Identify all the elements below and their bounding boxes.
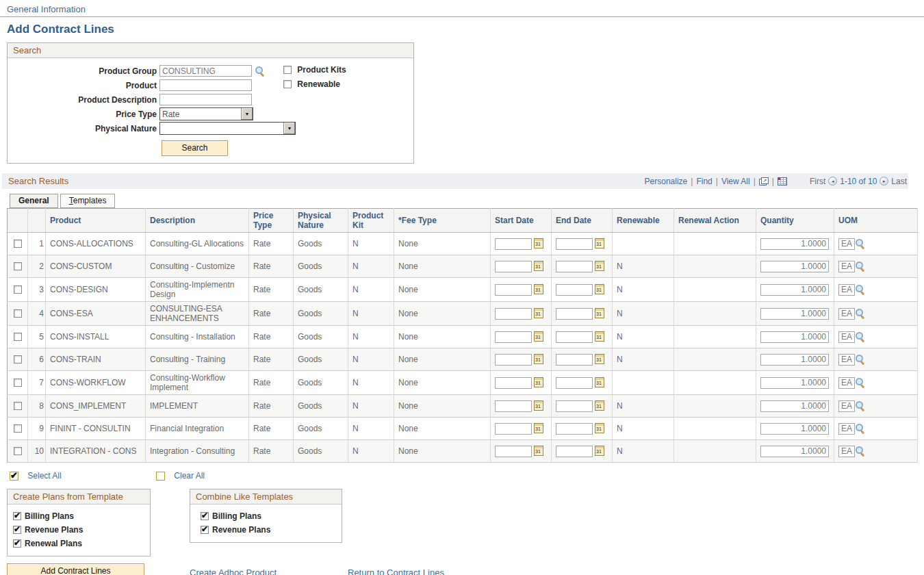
uom-lookup-icon[interactable] xyxy=(855,423,865,433)
end-date-input[interactable] xyxy=(556,400,593,412)
pager-first[interactable]: First xyxy=(810,177,825,186)
row-checkbox[interactable] xyxy=(14,240,22,248)
start-date-input[interactable] xyxy=(495,261,532,272)
quantity-input[interactable] xyxy=(760,238,829,250)
clear-all-link[interactable]: Clear All xyxy=(174,471,205,481)
create-plans-billing-plans-checkbox[interactable] xyxy=(13,512,21,520)
uom-lookup-icon[interactable] xyxy=(855,331,865,342)
end-date-input[interactable] xyxy=(556,446,593,457)
calendar-icon[interactable] xyxy=(595,331,604,342)
calendar-icon[interactable] xyxy=(595,284,604,294)
end-date-input[interactable] xyxy=(556,377,593,389)
uom-lookup-icon[interactable] xyxy=(855,308,865,318)
quantity-input[interactable] xyxy=(760,423,829,435)
physical-nature-select[interactable]: ▼ xyxy=(159,122,296,135)
end-date-input[interactable] xyxy=(556,331,593,343)
calendar-icon[interactable] xyxy=(534,354,543,364)
select-all-icon[interactable] xyxy=(10,472,18,481)
calendar-icon[interactable] xyxy=(534,331,543,342)
create-adhoc-product-link[interactable]: Create Adhoc Product xyxy=(190,567,277,575)
start-date-input[interactable] xyxy=(495,308,532,320)
calendar-icon[interactable] xyxy=(534,400,543,411)
uom-input[interactable] xyxy=(838,308,855,320)
column-header-end-date[interactable]: End Date xyxy=(552,209,613,233)
download-spreadsheet-icon[interactable] xyxy=(778,177,787,186)
calendar-icon[interactable] xyxy=(595,423,604,433)
combine-templates-revenue-plans-checkbox[interactable] xyxy=(201,526,209,534)
calendar-icon[interactable] xyxy=(534,308,543,318)
calendar-icon[interactable] xyxy=(534,423,543,433)
row-checkbox[interactable] xyxy=(14,379,22,387)
uom-lookup-icon[interactable] xyxy=(855,261,865,271)
uom-lookup-icon[interactable] xyxy=(855,238,865,248)
column-header-product-kit[interactable]: Product Kit xyxy=(348,209,394,233)
row-checkbox[interactable] xyxy=(14,333,22,341)
product-description-input[interactable] xyxy=(159,94,252,105)
create-plans-revenue-plans-checkbox[interactable] xyxy=(13,526,21,534)
uom-lookup-icon[interactable] xyxy=(855,354,865,364)
uom-input[interactable] xyxy=(838,400,855,412)
uom-lookup-icon[interactable] xyxy=(855,400,865,411)
product-input[interactable] xyxy=(159,79,252,91)
calendar-icon[interactable] xyxy=(595,377,604,387)
quantity-input[interactable] xyxy=(760,308,829,320)
end-date-input[interactable] xyxy=(556,423,593,435)
row-checkbox[interactable] xyxy=(14,285,22,294)
column-header-renewable[interactable]: Renewable xyxy=(613,209,674,233)
end-date-input[interactable] xyxy=(556,308,593,320)
start-date-input[interactable] xyxy=(495,423,532,435)
start-date-input[interactable] xyxy=(495,238,532,250)
calendar-icon[interactable] xyxy=(595,238,604,248)
clear-all-icon[interactable] xyxy=(156,472,165,481)
quantity-input[interactable] xyxy=(760,331,829,343)
price-type-select[interactable]: Rate ▼ xyxy=(159,107,253,120)
column-header-start-date[interactable]: Start Date xyxy=(491,209,552,233)
column-header-physical-nature[interactable]: Physical Nature xyxy=(294,209,348,233)
find-link[interactable]: Find xyxy=(696,177,712,186)
calendar-icon[interactable] xyxy=(534,446,543,456)
quantity-input[interactable] xyxy=(760,400,829,412)
uom-input[interactable] xyxy=(838,446,855,457)
start-date-input[interactable] xyxy=(495,400,532,412)
column-header-uom[interactable]: UOM xyxy=(834,209,918,233)
end-date-input[interactable] xyxy=(556,238,593,250)
end-date-input[interactable] xyxy=(556,261,593,272)
column-header-product[interactable]: Product xyxy=(46,209,146,233)
combine-templates-billing-plans-checkbox[interactable] xyxy=(201,512,209,520)
uom-lookup-icon[interactable] xyxy=(855,284,865,294)
breadcrumb-link-general-information[interactable]: General Information xyxy=(7,4,86,14)
quantity-input[interactable] xyxy=(760,354,829,366)
row-checkbox[interactable] xyxy=(14,424,22,433)
calendar-icon[interactable] xyxy=(595,261,604,271)
column-header-price-type[interactable]: Price Type xyxy=(249,209,294,233)
column-header-quantity[interactable]: Quantity xyxy=(756,209,834,233)
calendar-icon[interactable] xyxy=(595,308,604,318)
zoom-grid-icon[interactable] xyxy=(759,177,769,186)
calendar-icon[interactable] xyxy=(595,354,604,364)
start-date-input[interactable] xyxy=(495,354,532,366)
row-checkbox[interactable] xyxy=(14,309,22,318)
uom-input[interactable] xyxy=(838,331,855,343)
calendar-icon[interactable] xyxy=(534,261,543,271)
product-group-input[interactable] xyxy=(159,65,252,77)
view-all-link[interactable]: View All xyxy=(721,177,750,186)
return-to-contract-lines-link[interactable]: Return to Contract Lines xyxy=(348,567,444,575)
column-header-renewal-action[interactable]: Renewal Action xyxy=(674,209,756,233)
personalize-link[interactable]: Personalize xyxy=(645,177,688,186)
quantity-input[interactable] xyxy=(760,284,829,296)
start-date-input[interactable] xyxy=(495,377,532,389)
column-header--fee-type[interactable]: *Fee Type xyxy=(394,209,491,233)
renewable-checkbox[interactable] xyxy=(283,80,292,88)
calendar-icon[interactable] xyxy=(534,377,543,387)
calendar-icon[interactable] xyxy=(595,446,604,456)
tab-templates[interactable]: Templates xyxy=(60,194,116,208)
product-kits-checkbox[interactable] xyxy=(283,66,292,74)
uom-input[interactable] xyxy=(838,423,855,435)
end-date-input[interactable] xyxy=(556,284,593,296)
row-checkbox[interactable] xyxy=(14,262,22,270)
calendar-icon[interactable] xyxy=(534,284,543,294)
add-contract-lines-button[interactable]: Add Contract Lines xyxy=(7,563,144,575)
quantity-input[interactable] xyxy=(760,377,829,389)
start-date-input[interactable] xyxy=(495,331,532,343)
row-checkbox[interactable] xyxy=(14,355,22,363)
